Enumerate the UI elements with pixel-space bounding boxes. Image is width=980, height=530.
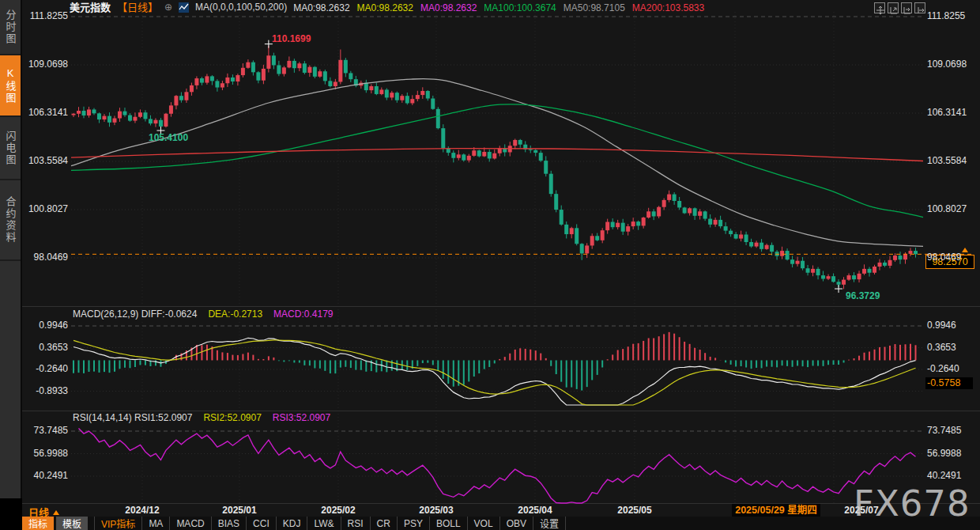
macd-axis-right-0: 0.9946 [927,320,956,331]
indicator-toolbar: 指标模板VIP指标MAMACDBIASCCIKDJLW&RSICRPSYBOLL… [22,517,980,530]
date-tick-1: 2025/01 [222,505,256,516]
chart-canvas[interactable] [0,0,980,530]
price-axis-right-3: 103.5584 [927,156,967,166]
crosshair-date-badge: 2025/05/29 星期四 [732,504,820,517]
price-annotation-2: 96.3729 [846,290,880,301]
price-axis-left-5: 98.0469 [19,252,68,263]
toolbar-button-cr[interactable]: CR [371,517,398,530]
trading-app-window: 分时图K线图闪电图合约资料 美元指数 【日线】 ⊕ MA(0,0,0,100,5… [0,0,980,530]
rsi3-label: RSI3:52.0907 [273,412,330,423]
macd-crosshair-value-badge: -0.5758 [925,377,973,389]
toolbar-button-macd[interactable]: MACD [170,517,211,530]
macd-macd-label: MACD:0.4179 [273,309,333,320]
price-axis-left-2: 106.3141 [19,108,68,118]
toolbar-button-cci[interactable]: CCI [247,517,277,530]
rsi-axis-right-1: 56.9988 [927,449,961,459]
toolbar-button-vol[interactable]: VOL [468,517,500,530]
macd-axis-right-2: -0.2640 [927,364,959,374]
toolbar-tab-0[interactable]: 指标 [22,517,54,530]
date-axis-row: 日线 2025/05/29 星期四 2024/122025/012025/022… [22,504,980,517]
macd-label-row: MACD(26,12,9) DIFF:-0.0624DEA:-0.2713MAC… [73,309,333,320]
rsi-axis-left-2: 40.2491 [19,471,68,481]
price-axis-left-3: 103.5584 [19,156,68,166]
macd-axis-left-2: -0.2640 [19,364,68,374]
toolbar-button-boll[interactable]: BOLL [430,517,468,530]
date-tick-0: 2024/12 [125,505,159,516]
date-tick-4: 2025/04 [518,505,552,516]
price-axis-right-4: 100.8027 [927,204,967,214]
toolbar-button-vip-[interactable]: VIP指标 [94,517,142,530]
rsi-axis-left-1: 56.9988 [19,449,68,459]
price-axis-right-5: 98.0469 [927,252,961,263]
toolbar-button-bias[interactable]: BIAS [212,517,247,530]
price-annotation-0: 110.1699 [272,33,311,44]
date-tick-3: 2025/03 [419,505,453,516]
price-axis-left-4: 100.8027 [19,204,68,214]
rsi-axis-left-0: 73.7485 [19,426,68,436]
toolbar-button--[interactable]: 设置 [533,517,566,530]
price-up-arrow-icon [962,248,968,252]
macd-axis-right-1: 0.3653 [927,343,956,353]
macd-axis-left-1: 0.3653 [19,343,68,353]
rsi-axis-right-2: 40.2491 [927,471,961,481]
price-axis-right-1: 109.0698 [927,59,967,70]
price-axis-right-0: 111.8255 [927,11,965,21]
toolbar-button-kdj[interactable]: KDJ [277,517,308,530]
price-axis-left-0: 111.8255 [19,11,68,21]
toolbar-button-ma[interactable]: MA [142,517,170,530]
rsi-axis-right-0: 73.7485 [927,426,961,436]
date-tick-2: 2025/02 [321,505,355,516]
toolbar-tab-1[interactable]: 模板 [56,517,88,530]
price-axis-left-1: 109.0698 [19,59,68,70]
price-annotation-1: 105.4100 [149,132,188,143]
rsi-label-row: RSI(14,14,14) RSI1:52.0907RSI2:52.0907RS… [73,412,330,423]
macd-dea-label: DEA:-0.2713 [208,309,262,320]
date-tick-5: 2025/05 [617,505,651,516]
macd-axis-left-3: -0.8933 [19,386,68,396]
rsi1-label: RSI(14,14,14) RSI1:52.0907 [73,412,192,423]
rsi2-label: RSI2:52.0907 [203,412,261,423]
period-up-arrow-icon [53,510,59,515]
toolbar-button-psy[interactable]: PSY [398,517,430,530]
toolbar-button-lw-[interactable]: LW& [307,517,341,530]
price-axis-right-2: 106.3141 [927,108,967,118]
toolbar-button-rsi[interactable]: RSI [341,517,371,530]
macd-axis-left-0: 0.9946 [19,320,68,331]
watermark: FX678 [854,483,971,524]
toolbar-button-obv[interactable]: OBV [500,517,533,530]
macd-main-label: MACD(26,12,9) DIFF:-0.0624 [73,309,197,320]
